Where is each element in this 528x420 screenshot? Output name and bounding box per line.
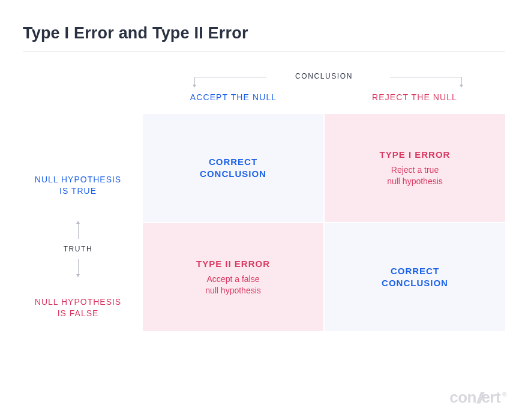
page-title: Type I Error and Type II Error — [23, 24, 505, 52]
cell-false-accept: TYPE II ERROR Accept a falsenull hypothe… — [143, 223, 323, 331]
axis-conclusion: CONCLUSION ACCEPT THE NULL REJECT THE NU… — [143, 72, 505, 114]
arrow-down-icon — [461, 77, 462, 85]
cell-false-reject: CORRECTCONCLUSION — [325, 223, 505, 331]
axis-label-truth: TRUTH — [64, 245, 93, 253]
cell-title: TYPE I ERROR — [380, 149, 451, 161]
arrow-down-icon — [78, 259, 79, 275]
cell-true-reject: TYPE I ERROR Reject a truenull hypothesi… — [325, 114, 505, 222]
arrow-down-icon — [194, 77, 195, 85]
cell-subtitle: Reject a truenull hypothesis — [387, 164, 443, 187]
matrix: CORRECTCONCLUSION TYPE I ERROR Reject a … — [143, 114, 505, 331]
cell-title: TYPE II ERROR — [196, 258, 270, 270]
diagram: CONCLUSION ACCEPT THE NULL REJECT THE NU… — [23, 72, 505, 331]
row-label-false: NULL HYPOTHESISIS FALSE — [23, 296, 133, 319]
arrow-right-icon — [390, 77, 462, 77]
axis-truth: NULL HYPOTHESISIS TRUE TRUTH NULL HYPOTH… — [23, 137, 143, 353]
col-header-reject: REJECT THE NULL — [324, 92, 505, 102]
cell-title: CORRECTCONCLUSION — [382, 265, 448, 290]
row-label-true: NULL HYPOTHESISIS TRUE — [23, 174, 133, 197]
arrow-left-icon — [194, 77, 266, 77]
cell-title: CORRECTCONCLUSION — [200, 156, 266, 181]
arrow-up-icon — [78, 223, 79, 239]
cell-subtitle: Accept a falsenull hypothesis — [205, 274, 261, 296]
axis-label-conclusion: CONCLUSION — [295, 72, 353, 80]
cell-true-accept: CORRECTCONCLUSION — [143, 114, 323, 222]
col-header-accept: ACCEPT THE NULL — [143, 92, 324, 102]
brand-logo: con//ert® — [449, 388, 506, 407]
